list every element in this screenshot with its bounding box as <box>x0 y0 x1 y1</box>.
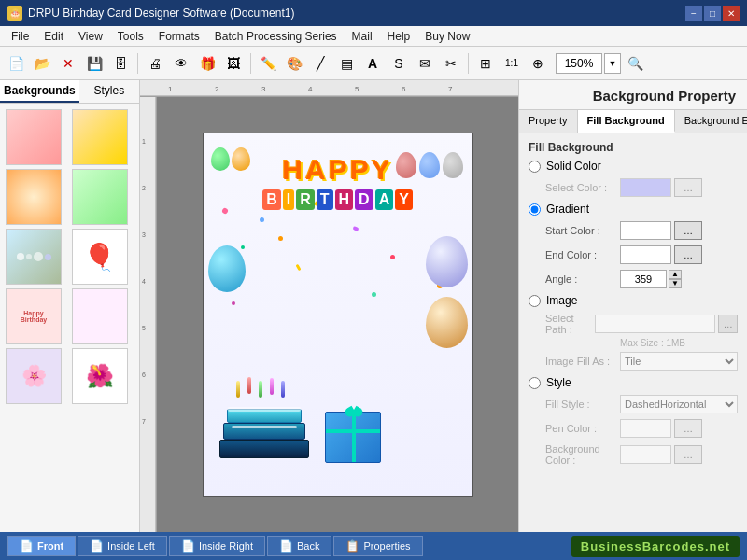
open-button[interactable]: 📂 <box>30 51 54 76</box>
bg-thumb-5[interactable] <box>6 229 62 285</box>
angle-up-button[interactable]: ▲ <box>669 270 682 279</box>
pen-button[interactable]: ✏️ <box>256 51 280 76</box>
minimize-button[interactable]: − <box>685 6 702 21</box>
bg-thumb-9[interactable]: 🌸 <box>6 348 62 404</box>
print-button[interactable]: 🖨 <box>143 51 167 76</box>
maximize-button[interactable]: □ <box>704 6 721 21</box>
bg-thumb-6[interactable]: 🎈 <box>72 229 128 285</box>
preview-button[interactable]: 👁 <box>169 51 193 76</box>
tab-backgrounds[interactable]: Backgrounds <box>0 80 79 103</box>
bg-thumb-3[interactable] <box>6 169 62 225</box>
style-label[interactable]: Style <box>546 376 571 389</box>
bg-thumb-2[interactable] <box>72 109 128 165</box>
solid-color-label[interactable]: Solid Color <box>546 160 601 173</box>
barcode-button[interactable]: ▤ <box>334 51 359 76</box>
paint-button[interactable]: 🎨 <box>282 51 306 76</box>
right-panel: Background Property Property Fill Backgr… <box>518 80 747 532</box>
image-radio[interactable] <box>529 295 541 307</box>
svg-text:2: 2 <box>142 185 146 191</box>
solid-color-controls: Select Color : … <box>529 178 738 197</box>
bg-thumb-7[interactable]: HappyBirthday <box>6 288 62 344</box>
tab-back[interactable]: 📄 Back <box>267 536 331 556</box>
pen-color-row: Pen Color : … <box>529 419 738 438</box>
background-color-picker-button[interactable]: … <box>674 445 702 464</box>
close-button[interactable]: ✕ <box>723 6 740 21</box>
grid-button[interactable]: ⊞ <box>473 51 498 76</box>
image-section: Select Path : … Max Size : 1MB Image Fil… <box>529 313 738 371</box>
tab-property[interactable]: Property <box>519 110 578 133</box>
menu-buynow[interactable]: Buy Now <box>417 28 477 45</box>
bg-thumb-4[interactable] <box>72 169 128 225</box>
tab-inside-left[interactable]: 📄 Inside Left <box>78 536 167 556</box>
start-color-swatch[interactable] <box>620 221 671 240</box>
image-path-input[interactable] <box>595 315 715 333</box>
tab-background-effects[interactable]: Background Effects <box>675 110 747 133</box>
end-color-label: End Color : <box>545 249 620 260</box>
gift-button[interactable]: 🎁 <box>195 51 219 76</box>
left-panel: Backgrounds Styles 🎈 HappyBirthday <box>0 80 140 532</box>
image-label[interactable]: Image <box>546 294 577 307</box>
angle-input[interactable]: 359 <box>620 270 667 288</box>
fill-style-row: Fill Style : DashedHorizontal Solid Dash… <box>529 395 738 413</box>
canvas-area: 1 2 3 4 5 6 7 1 2 3 4 5 6 7 <box>140 80 518 532</box>
tab-fill-background[interactable]: Fill Background <box>578 110 675 133</box>
solid-color-swatch[interactable] <box>620 178 671 197</box>
zoom-input[interactable]: 150% <box>556 53 602 74</box>
new-button[interactable]: 📄 <box>4 51 28 76</box>
close-doc-button[interactable]: ✕ <box>56 51 80 76</box>
inside-left-label: Inside Left <box>107 540 155 552</box>
menu-help[interactable]: Help <box>380 28 418 45</box>
signature-button[interactable]: S <box>387 51 411 76</box>
save-button[interactable]: 💾 <box>82 51 106 76</box>
bg-thumb-1[interactable] <box>6 109 62 165</box>
solid-color-radio[interactable] <box>529 161 541 173</box>
menu-formats[interactable]: Formats <box>151 28 207 45</box>
menu-edit[interactable]: Edit <box>36 28 71 45</box>
pen-color-label: Pen Color : <box>545 423 620 434</box>
start-color-row: Start Color : … <box>529 221 738 240</box>
angle-spinner: ▲ ▼ <box>669 270 682 288</box>
properties-label: Properties <box>363 540 410 552</box>
image-button[interactable]: 🖼 <box>221 51 246 76</box>
menu-tools[interactable]: Tools <box>110 28 151 45</box>
menu-file[interactable]: File <box>4 28 36 45</box>
end-color-picker-button[interactable]: … <box>674 245 702 264</box>
svg-text:6: 6 <box>142 371 146 378</box>
bg-thumb-8[interactable] <box>72 288 128 344</box>
pen-color-swatch[interactable] <box>620 419 671 438</box>
ruler-left: 1 2 3 4 5 6 7 <box>140 97 157 532</box>
image-browse-button[interactable]: … <box>718 315 738 333</box>
line-button[interactable]: ╱ <box>308 51 332 76</box>
tab-styles[interactable]: Styles <box>79 80 139 103</box>
front-icon: 📄 <box>20 539 34 553</box>
menu-batch[interactable]: Batch Processing Series <box>207 28 345 45</box>
ratio-button[interactable]: 1:1 <box>500 51 524 76</box>
fill-style-select[interactable]: DashedHorizontal Solid DashedVertical Da… <box>620 395 738 413</box>
zoom-in-button[interactable]: ⊕ <box>526 51 550 76</box>
image-fill-as-select[interactable]: Tile Stretch Center Fit <box>620 352 738 371</box>
pen-color-picker-button[interactable]: … <box>674 419 702 438</box>
zoom-dropdown[interactable]: ▼ <box>604 53 621 74</box>
menu-mail[interactable]: Mail <box>345 28 380 45</box>
tab-properties[interactable]: 📋 Properties <box>333 536 422 556</box>
tab-front[interactable]: 📄 Front <box>7 536 76 556</box>
save-as-button[interactable]: 🗄 <box>108 51 133 76</box>
zoom-out-button[interactable]: 🔍 <box>623 51 647 76</box>
style-radio[interactable] <box>529 377 541 389</box>
toolbar-sep-3 <box>468 53 469 74</box>
tab-inside-right[interactable]: 📄 Inside Right <box>169 536 265 556</box>
scissors-button[interactable]: ✂ <box>439 51 463 76</box>
end-color-swatch[interactable] <box>620 245 671 264</box>
text-button[interactable]: A <box>360 51 385 76</box>
menu-view[interactable]: View <box>71 28 110 45</box>
solid-color-picker-button[interactable]: … <box>674 178 702 197</box>
bg-thumb-10[interactable]: 🌺 <box>72 348 128 404</box>
angle-down-button[interactable]: ▼ <box>669 279 682 288</box>
style-row: Style <box>529 376 738 389</box>
background-color-swatch[interactable] <box>620 445 671 464</box>
toolbar-sep-2 <box>250 53 251 74</box>
gradient-label[interactable]: Gradient <box>546 203 589 216</box>
start-color-picker-button[interactable]: … <box>674 221 702 240</box>
email-button[interactable]: ✉ <box>413 51 437 76</box>
gradient-radio[interactable] <box>529 203 541 216</box>
